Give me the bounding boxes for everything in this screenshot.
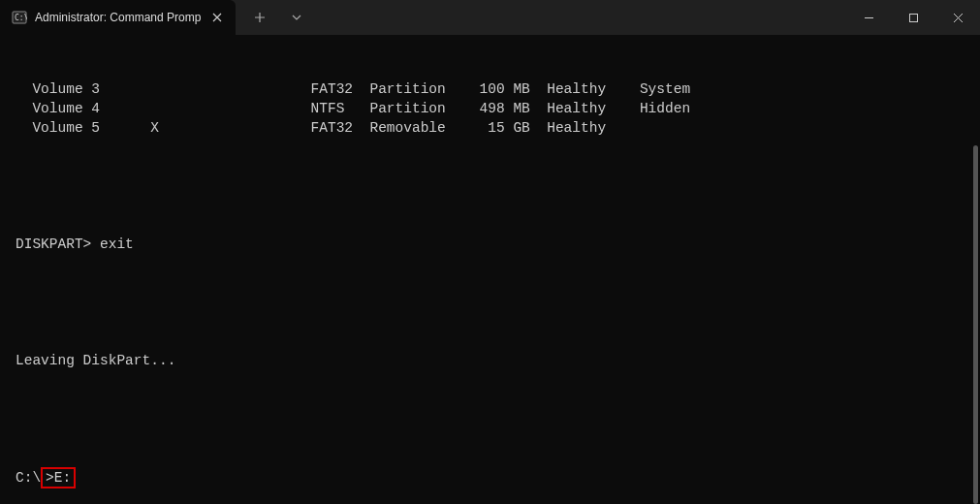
terminal-tab[interactable]: C:\ Administrator: Command Promp bbox=[0, 0, 236, 35]
window-controls bbox=[846, 0, 980, 35]
tab-title: Administrator: Command Promp bbox=[35, 11, 201, 24]
maximize-button[interactable] bbox=[891, 0, 935, 35]
scrollbar-thumb[interactable] bbox=[973, 145, 978, 504]
titlebar: C:\ Administrator: Command Promp bbox=[0, 0, 980, 35]
volume-row: Volume 3 FAT32 Partition 100 MB Healthy … bbox=[16, 79, 964, 99]
volume-row: Volume 4 NTFS Partition 498 MB Healthy H… bbox=[16, 99, 964, 118]
diskpart-exit: DISKPART> exit bbox=[16, 235, 964, 254]
tab-close-button[interactable] bbox=[208, 9, 226, 26]
minimize-button[interactable] bbox=[846, 0, 891, 35]
highlight-e-drive: >E: bbox=[41, 467, 76, 488]
tab-dropdown-button[interactable] bbox=[280, 1, 313, 34]
new-tab-button[interactable] bbox=[243, 1, 276, 34]
svg-text:C:\: C:\ bbox=[15, 14, 27, 22]
close-button[interactable] bbox=[935, 0, 980, 35]
tab-actions bbox=[236, 0, 313, 35]
terminal-output[interactable]: Volume 3 FAT32 Partition 100 MB Healthy … bbox=[0, 35, 980, 504]
cmd-icon: C:\ bbox=[12, 10, 27, 25]
svg-rect-2 bbox=[909, 14, 917, 21]
volume-row: Volume 5 X FAT32 Removable 15 GB Healthy bbox=[16, 118, 964, 138]
c-prompt-line: C:\>E: bbox=[16, 467, 964, 488]
leaving-diskpart: Leaving DiskPart... bbox=[16, 351, 964, 370]
